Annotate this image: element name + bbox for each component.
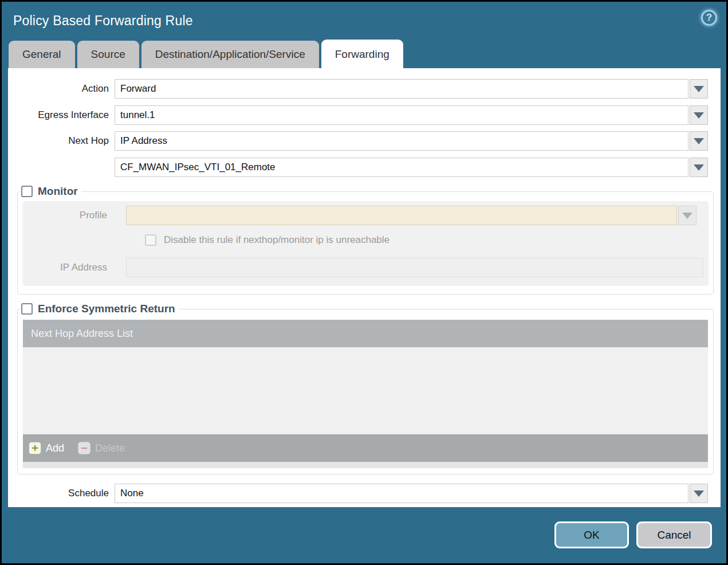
next-hop-address-table-header: Next Hop Address List bbox=[23, 320, 708, 347]
next-hop-address-table-bottom-strip bbox=[23, 462, 708, 468]
disable-rule-label: Disable this rule if nexthop/monitor ip … bbox=[164, 234, 389, 246]
tab-bar: General Source Destination/Application/S… bbox=[2, 40, 726, 68]
monitor-ip-input bbox=[126, 258, 703, 277]
help-icon[interactable]: ? bbox=[701, 10, 717, 26]
enforce-symmetric-return-checkbox[interactable] bbox=[21, 303, 33, 315]
monitor-panel: Profile Disable this rule if nexthop/mon… bbox=[23, 201, 709, 286]
monitor-ip-label: IP Address bbox=[23, 262, 113, 273]
next-hop-address-row: CF_MWAN_IPsec_VTI_01_Remote bbox=[8, 158, 721, 177]
schedule-row: Schedule None bbox=[8, 484, 721, 503]
delete-button-label: Delete bbox=[95, 442, 125, 454]
next-hop-row: Next Hop IP Address bbox=[8, 131, 721, 151]
profile-dropdown-button bbox=[678, 206, 696, 225]
cancel-button[interactable]: Cancel bbox=[636, 521, 712, 548]
next-hop-dropdown-button[interactable] bbox=[690, 131, 708, 151]
next-hop-type-value: IP Address bbox=[120, 135, 167, 147]
chevron-down-icon bbox=[694, 491, 704, 497]
chevron-down-icon bbox=[682, 213, 692, 219]
egress-interface-label: Egress Interface bbox=[8, 109, 115, 121]
next-hop-type-select[interactable]: IP Address bbox=[115, 131, 688, 151]
next-hop-address-select[interactable]: CF_MWAN_IPsec_VTI_01_Remote bbox=[115, 158, 688, 177]
next-hop-address-table-toolbar: + Add − Delete bbox=[23, 434, 708, 462]
chevron-down-icon bbox=[694, 164, 704, 171]
schedule-label: Schedule bbox=[8, 488, 115, 499]
enforce-symmetric-return-label: Enforce Symmetric Return bbox=[38, 303, 175, 315]
egress-interface-dropdown-button[interactable] bbox=[690, 105, 708, 125]
forwarding-tab-content: Action Forward Egress Interface tunnel.1… bbox=[8, 68, 721, 507]
tab-destination-application-service[interactable]: Destination/Application/Service bbox=[141, 41, 319, 68]
egress-interface-row: Egress Interface tunnel.1 bbox=[8, 105, 721, 125]
egress-interface-select[interactable]: tunnel.1 bbox=[115, 105, 688, 125]
schedule-value: None bbox=[120, 488, 144, 499]
egress-interface-value: tunnel.1 bbox=[120, 109, 155, 121]
action-row: Action Forward bbox=[8, 79, 721, 99]
enforce-symmetric-return-legend: Enforce Symmetric Return bbox=[20, 303, 179, 315]
schedule-dropdown-button[interactable] bbox=[690, 484, 708, 503]
profile-label: Profile bbox=[23, 210, 113, 221]
add-button-label: Add bbox=[46, 442, 64, 454]
disable-rule-row: Disable this rule if nexthop/monitor ip … bbox=[23, 234, 709, 246]
ok-button[interactable]: OK bbox=[554, 521, 629, 548]
monitor-label: Monitor bbox=[38, 185, 78, 198]
delete-button: − Delete bbox=[78, 442, 125, 454]
monitor-legend: Monitor bbox=[20, 185, 81, 198]
next-hop-address-table: Next Hop Address List + Add − Delete bbox=[23, 320, 708, 468]
chevron-down-icon bbox=[694, 138, 704, 144]
add-button[interactable]: + Add bbox=[29, 442, 64, 454]
tab-source[interactable]: Source bbox=[77, 41, 139, 68]
profile-select bbox=[126, 206, 677, 225]
dialog-titlebar: Policy Based Forwarding Rule ? bbox=[2, 2, 726, 40]
action-dropdown-button[interactable] bbox=[690, 79, 708, 99]
profile-row: Profile bbox=[23, 206, 709, 225]
tab-general[interactable]: General bbox=[9, 41, 75, 68]
delete-icon: − bbox=[78, 442, 90, 454]
monitor-ip-row: IP Address bbox=[23, 258, 709, 277]
next-hop-address-table-body[interactable] bbox=[23, 347, 708, 434]
next-hop-address-dropdown-button[interactable] bbox=[690, 158, 708, 177]
next-hop-address-list-column-header: Next Hop Address List bbox=[31, 328, 133, 340]
dialog-title: Policy Based Forwarding Rule bbox=[2, 2, 726, 29]
action-select[interactable]: Forward bbox=[115, 79, 688, 99]
next-hop-label: Next Hop bbox=[8, 135, 115, 147]
pbf-rule-dialog: Policy Based Forwarding Rule ? General S… bbox=[2, 2, 726, 563]
monitor-group: Monitor Profile Disable this rule if nex… bbox=[17, 185, 714, 295]
monitor-checkbox[interactable] bbox=[21, 186, 33, 197]
disable-rule-checkbox bbox=[145, 234, 156, 246]
action-label: Action bbox=[8, 83, 115, 95]
enforce-symmetric-return-group: Enforce Symmetric Return Next Hop Addres… bbox=[17, 303, 714, 474]
next-hop-address-value: CF_MWAN_IPsec_VTI_01_Remote bbox=[120, 162, 276, 173]
tab-forwarding[interactable]: Forwarding bbox=[321, 40, 403, 68]
schedule-select[interactable]: None bbox=[115, 484, 688, 503]
chevron-down-icon bbox=[694, 86, 704, 92]
chevron-down-icon bbox=[694, 112, 704, 119]
action-value: Forward bbox=[120, 83, 156, 95]
add-icon: + bbox=[29, 442, 41, 454]
